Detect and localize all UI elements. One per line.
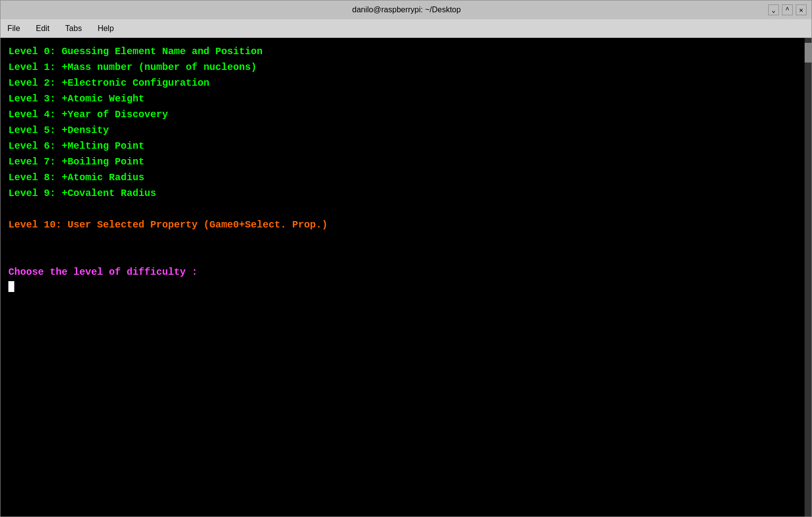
level-1-line: Level 1: +Mass number (number of nucleon…: [8, 60, 804, 75]
level-0-line: Level 0: Guessing Element Name and Posit…: [8, 44, 804, 60]
menu-edit[interactable]: Edit: [33, 22, 53, 35]
level-4-line: Level 4: +Year of Discovery: [8, 107, 804, 123]
level-5-line: Level 5: +Density: [8, 123, 804, 138]
level-10-line: Level 10: User Selected Property (Game0+…: [8, 217, 804, 233]
scrollbar-thumb[interactable]: [805, 43, 812, 63]
level-2-line: Level 2: +Electronic Configuration: [8, 75, 804, 91]
title-controls: ⌄ ^ ✕: [768, 4, 807, 15]
window-title: danilo@raspberrypi: ~/Desktop: [45, 5, 768, 14]
cursor-block: [8, 281, 14, 292]
blank-line-2: [8, 233, 804, 249]
menu-tabs[interactable]: Tabs: [62, 22, 85, 35]
level-9-line: Level 9: +Covalent Radius: [8, 186, 804, 201]
blank-line-3: [8, 249, 804, 264]
terminal-content: Level 0: Guessing Element Name and Posit…: [8, 44, 804, 292]
level-7-line: Level 7: +Boiling Point: [8, 154, 804, 170]
scrollbar[interactable]: [805, 38, 812, 517]
menu-help[interactable]: Help: [95, 22, 117, 35]
terminal-body[interactable]: Level 0: Guessing Element Name and Posit…: [0, 38, 812, 517]
blank-line-1: [8, 201, 804, 217]
level-6-line: Level 6: +Melting Point: [8, 138, 804, 154]
menu-bar: File Edit Tabs Help: [0, 19, 812, 38]
close-button[interactable]: ✕: [796, 4, 807, 15]
chevron-down-button[interactable]: ⌄: [768, 4, 779, 15]
title-bar: danilo@raspberrypi: ~/Desktop ⌄ ^ ✕: [0, 0, 812, 19]
chevron-up-button[interactable]: ^: [782, 4, 793, 15]
menu-file[interactable]: File: [4, 22, 23, 35]
cursor-line: [8, 281, 804, 292]
level-3-line: Level 3: +Atomic Weight: [8, 91, 804, 107]
terminal-window: danilo@raspberrypi: ~/Desktop ⌄ ^ ✕ File…: [0, 0, 812, 517]
prompt-line: Choose the level of difficulty :: [8, 264, 804, 280]
level-8-line: Level 8: +Atomic Radius: [8, 170, 804, 186]
